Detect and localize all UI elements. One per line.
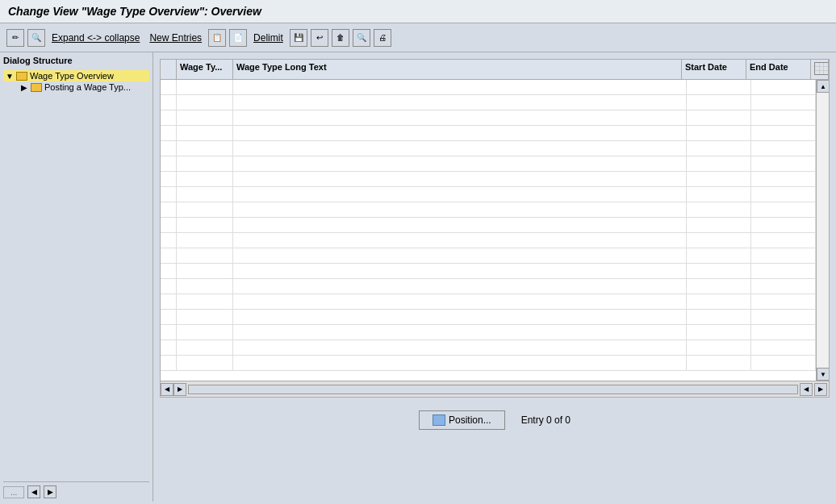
col-header-wage-type: Wage Ty... (177, 60, 233, 79)
folder-icon-2 (31, 83, 42, 92)
table-row[interactable] (161, 248, 816, 264)
sidebar-item-posting[interactable]: ▶ Posting a Wage Typ... (3, 81, 149, 93)
table-row[interactable] (161, 80, 816, 95)
table-row[interactable] (161, 218, 816, 233)
sidebar-item-wage-type-overview[interactable]: ▼ Wage Type Overview (3, 70, 149, 81)
table-horizontal-scrollbar: ◀ ▶ ◀ ▶ (161, 381, 829, 397)
cell-end-date (751, 80, 816, 94)
print-icon-btn[interactable]: 🖨 (374, 29, 391, 47)
sidebar-scroll-right[interactable]: ▶ (44, 485, 56, 498)
table-row[interactable] (161, 141, 816, 156)
expand-collapse-button[interactable]: Expand <-> collapse (48, 28, 143, 48)
new-entries-button[interactable]: New Entries (146, 28, 205, 48)
edit-icon-btn[interactable]: ✏ (6, 29, 24, 47)
table-row[interactable] (161, 233, 816, 248)
table-header: Wage Ty... Wage Type Long Text Start Dat… (161, 60, 829, 80)
table-row[interactable] (161, 310, 816, 325)
position-icon (433, 414, 445, 426)
find-icon-btn[interactable]: 🔍 (353, 29, 370, 47)
table-row[interactable] (161, 325, 816, 340)
table-row[interactable] (161, 95, 816, 110)
table-row[interactable] (161, 356, 816, 371)
col-header-end-date: End Date (746, 60, 811, 79)
hscroll-right-controls: ◀ ▶ (800, 383, 829, 396)
hscroll-left-btn[interactable]: ◀ (161, 383, 173, 396)
bottom-area: Position... Entry 0 of 0 (160, 398, 830, 443)
main-content: Dialog Structure ▼ Wage Type Overview ▶ … (0, 52, 836, 502)
scroll-up-btn[interactable]: ▲ (817, 80, 829, 93)
scroll-track[interactable] (817, 93, 829, 368)
table-row[interactable] (161, 264, 816, 279)
col-header-long-text: Wage Type Long Text (233, 60, 682, 79)
hscroll-next-btn[interactable]: ▶ (814, 383, 827, 396)
sidebar-title: Dialog Structure (3, 56, 149, 65)
hscroll-thumb[interactable] (188, 385, 798, 394)
sidebar-bottom: ... ◀ ▶ (3, 481, 149, 498)
sidebar-scroll-left[interactable]: ◀ (27, 485, 40, 498)
sidebar-scroll-placeholder: ... (3, 486, 24, 498)
table-row[interactable] (161, 110, 816, 126)
column-settings-icon[interactable] (814, 62, 829, 75)
table-row[interactable] (161, 156, 816, 172)
table-row[interactable] (161, 172, 816, 187)
toolbar: ✏ 🔍 Expand <-> collapse New Entries 📋 📄 … (0, 23, 836, 52)
hscroll-right-btn[interactable]: ▶ (173, 383, 186, 396)
col-header-select (161, 60, 177, 79)
entry-count-label: Entry 0 of 0 (521, 414, 571, 426)
sidebar-item-label-1: Wage Type Overview (30, 71, 114, 81)
sidebar: Dialog Structure ▼ Wage Type Overview ▶ … (0, 52, 153, 502)
position-button[interactable]: Position... (419, 410, 505, 430)
delete-icon-btn[interactable]: 🗑 (332, 29, 349, 47)
tree-arrow-right: ▶ (19, 82, 29, 92)
copy2-icon-btn[interactable]: 📄 (229, 29, 247, 47)
position-button-label: Position... (449, 414, 491, 426)
table-body: ▲ ▼ (161, 80, 829, 381)
cell-wage-type (177, 80, 233, 94)
table-vertical-scrollbar: ▲ ▼ (816, 80, 829, 381)
right-content: Wage Ty... Wage Type Long Text Start Dat… (153, 52, 836, 502)
col-header-grid-icon[interactable] (811, 60, 829, 79)
hscroll-prev-btn[interactable]: ◀ (800, 383, 813, 396)
title-bar: Change View "Wage Type Overview": Overvi… (0, 0, 836, 23)
table-row[interactable] (161, 340, 816, 356)
data-table: Wage Ty... Wage Type Long Text Start Dat… (160, 59, 830, 398)
scroll-down-btn[interactable]: ▼ (817, 368, 829, 381)
table-rows (161, 80, 816, 381)
table-row[interactable] (161, 279, 816, 294)
tree-arrow-down: ▼ (5, 71, 15, 81)
folder-icon (16, 72, 27, 81)
page-title: Change View "Wage Type Overview": Overvi… (8, 5, 261, 18)
table-row[interactable] (161, 202, 816, 218)
save-icon-btn[interactable]: 💾 (290, 29, 307, 47)
col-header-start-date: Start Date (682, 60, 746, 79)
copy-icon-btn[interactable]: 📋 (208, 29, 226, 47)
delimit-button[interactable]: Delimit (250, 28, 286, 48)
sidebar-item-label-2: Posting a Wage Typ... (44, 82, 131, 92)
display-icon-btn[interactable]: 🔍 (27, 29, 45, 47)
undo-icon-btn[interactable]: ↩ (311, 29, 328, 47)
cell-select (161, 80, 177, 94)
table-row[interactable] (161, 294, 816, 310)
table-row[interactable] (161, 187, 816, 202)
cell-long-text (233, 80, 687, 94)
table-row[interactable] (161, 126, 816, 141)
cell-start-date (687, 80, 751, 94)
